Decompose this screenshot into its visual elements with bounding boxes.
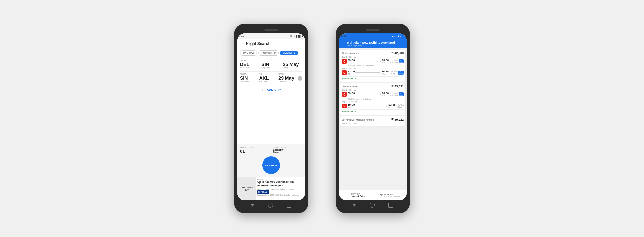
depart-city-2-1: DEL (348, 95, 355, 97)
trip-label-2-2: Trip 2 - 29th May (342, 101, 404, 103)
travellers-value: 01 (240, 149, 269, 154)
airline-card-3[interactable]: Jet Airways | Malaysia Airlines ₹ 50,222… (340, 116, 405, 126)
status-icons-left-2: ▥ ✉ (341, 35, 346, 38)
from-field-2[interactable]: FROM SIN Singapore (240, 73, 257, 82)
cabin-line1: Economy (273, 149, 302, 151)
flight-row-2-2: Q 19:30 SIN ▶ 12:15 (342, 103, 404, 108)
time-2: 4:11 (400, 35, 405, 38)
trip-segment-1-2: Trip 2 - 29th May Q 23:50 SIN ▶ (342, 67, 404, 75)
results-title: Multicity · New Delhi to Auckland (347, 41, 404, 44)
arrive-time-1-2: 16:20 (382, 70, 388, 73)
promo-right[interactable]: Offers Up to ₹10,000 Cashback* on Intern… (256, 177, 305, 200)
results-header: ← Multicity · New Delhi to Auckland via … (339, 39, 407, 48)
remove-trip-button[interactable]: × (298, 76, 302, 81)
to-field-1[interactable]: TO SIN Singapore (261, 60, 281, 69)
airline-card-1[interactable]: Qantas Airways ₹ 42,388 Trip 1 - 25th Ma… (340, 50, 405, 82)
flight-times-2-1: 09:30 DEL ▶ 18:00 SIN (348, 92, 389, 97)
trip-label-1-1: Trip 1 - 25th May (342, 56, 404, 58)
promo-title: Up to ₹10,000 Cashback* on International… (257, 180, 304, 188)
status-bar-2: ▥ ✉ ▲ 4G ▮ 4:11 (339, 33, 407, 39)
tab-one-way[interactable]: ONE WAY (240, 50, 257, 56)
flight-arrow-2-1: ▶ (355, 93, 381, 95)
flight-row-1-2: Q 23:50 SIN ▶ (342, 70, 404, 75)
phone-1-top-bar (237, 27, 305, 33)
arrive-time-1-1: 18:00 (382, 59, 389, 62)
options-badge-1-1: +1 option (399, 59, 404, 63)
stops-2-2: 1 Stop (397, 106, 404, 108)
cabin-line2: Class (273, 151, 302, 153)
trip-segment-2-1: Trip 1 - 25th May Q 09:30 DEL ▶ (342, 89, 404, 97)
depart-city-1-1: DEL (348, 62, 355, 64)
qantas-logo-2-2: Q (342, 104, 347, 108)
arrive-city-2-1: SIN (382, 95, 389, 97)
date-value-1: 25 May (283, 62, 302, 67)
cabin-field[interactable]: CABIN CLASS Economy Class (273, 147, 302, 154)
home-nav-btn[interactable] (268, 203, 273, 208)
arrive-city-1-1: SIN (382, 62, 389, 64)
options-badge-1-2: +12 options (398, 71, 404, 75)
results-content: Qantas Airways ₹ 42,388 Trip 1 - 25th Ma… (339, 48, 407, 190)
filter-count: 200 of 200 Results (384, 195, 400, 197)
signal-icon-2: 4G (394, 35, 397, 38)
airline-header-1: Qantas Airways ₹ 42,388 (342, 51, 404, 55)
recents-nav-btn-2[interactable] (388, 203, 393, 208)
date-field-2[interactable]: DATE 29 May Tuesday (278, 73, 296, 82)
search-button[interactable]: SEARCH (262, 156, 280, 174)
search-btn-wrap: SEARCH (240, 156, 302, 174)
promo-left: DON'T MISS OUT (237, 177, 256, 200)
bottom-form: TRAVELLERS 01 CABIN CLASS Economy Class … (237, 144, 305, 177)
travellers-field[interactable]: TRAVELLERS 01 (240, 147, 269, 154)
sort-value: Lowest Price (351, 195, 365, 197)
to-code-2: AKL (259, 76, 277, 80)
stops-1-1: Non Stop (390, 61, 398, 63)
date-field-1[interactable]: DATE 25 May Friday (283, 60, 302, 69)
back-nav-btn-2[interactable] (353, 204, 356, 207)
phone-2-nav (339, 200, 407, 210)
form-divider-1 (240, 71, 302, 72)
trip-segment-2-2: Trip 2 - 29th May Q 19:30 SIN ▶ (342, 101, 404, 108)
depart-city-2-2: SIN (348, 106, 355, 108)
flight-times-1-1: 09:30 DEL ▶ 18:00 SIN (348, 59, 389, 64)
to-field-2[interactable]: TO AKL Auckland (259, 73, 277, 82)
flight-times-1-2: 23:50 SIN ▶ 16:20 AKL (348, 70, 389, 75)
phone-1-screen: 4:08 ▥ ▲ ▋▋▋ ▮ ← Flight Search ONE WAY R… (237, 33, 305, 200)
arrive-time-2-1: 18:00 (382, 92, 389, 95)
phone-1-nav (237, 200, 305, 210)
status-icons-1: ▥ ▲ ▋▋▋ ▮ (290, 35, 303, 38)
to-code-1: SIN (261, 62, 281, 67)
promo-section: DON'T MISS OUT Offers Up to ₹10,000 Cash… (237, 177, 305, 200)
phone-2-top-bar (339, 27, 407, 33)
depart-city-1-2: SIN (348, 73, 355, 75)
signal-icon: ▋▋▋ (296, 35, 301, 38)
sort-button[interactable]: SORT BY Lowest Price (339, 190, 373, 200)
airline-card-2[interactable]: Qantas Airways ₹ 43,831 Trip 1 - 25th Ma… (340, 83, 405, 115)
phone-1: 4:08 ▥ ▲ ▋▋▋ ▮ ← Flight Search ONE WAY R… (234, 24, 308, 213)
trip1-row: FROM DEL New Delhi TO SIN Singapore DATE… (240, 60, 302, 69)
tab-roundtrip[interactable]: ROUNDTRIP (258, 50, 279, 56)
form-divider-2 (240, 84, 302, 84)
from-code-2: SIN (240, 76, 257, 80)
back-button-1[interactable]: ← (240, 41, 244, 46)
flight-row-1-1: Q 09:30 DEL ▶ 18:00 (342, 59, 404, 64)
phone-2-speaker (366, 29, 380, 31)
back-nav-btn[interactable] (251, 204, 254, 207)
wifi-icon: ▲ (293, 35, 295, 38)
recents-nav-btn[interactable] (287, 203, 291, 208)
flight-times-2-2: 19:30 SIN ▶ 12:15 AKL (348, 103, 396, 108)
app-header-1: ← Flight Search (237, 39, 305, 48)
filter-button[interactable]: ⧨ FILTERS 200 of 200 Results (373, 190, 407, 200)
tab-multicity[interactable]: MULTICITY (280, 51, 298, 55)
home-nav-btn-2[interactable] (370, 203, 375, 208)
trip-label-1-2: Trip 2 - 29th May (342, 67, 404, 69)
flight-form: FROM DEL New Delhi TO SIN Singapore DATE… (237, 58, 305, 144)
results-title-wrap: Multicity · New Delhi to Auckland via Si… (347, 41, 404, 47)
qantas-logo-2: Q (342, 92, 347, 97)
trip-segment-1-1: Trip 1 - 25th May Q 09:30 DEL ▶ (342, 56, 404, 64)
flight-row-2-1: Q 09:30 DEL ▶ 18:00 (342, 92, 404, 97)
results-back-button[interactable]: ← (342, 42, 346, 46)
results-bottom-bar: SORT BY Lowest Price ⧨ FILTERS 200 of 20… (339, 190, 407, 200)
add-city-button[interactable]: + + ADD CITY (240, 85, 302, 94)
from-field-1[interactable]: FROM DEL New Delhi (240, 60, 259, 69)
date-value-2: 29 May (278, 76, 296, 80)
status-icons-right-2: ▲ 4G ▮ 4:11 (391, 35, 405, 38)
